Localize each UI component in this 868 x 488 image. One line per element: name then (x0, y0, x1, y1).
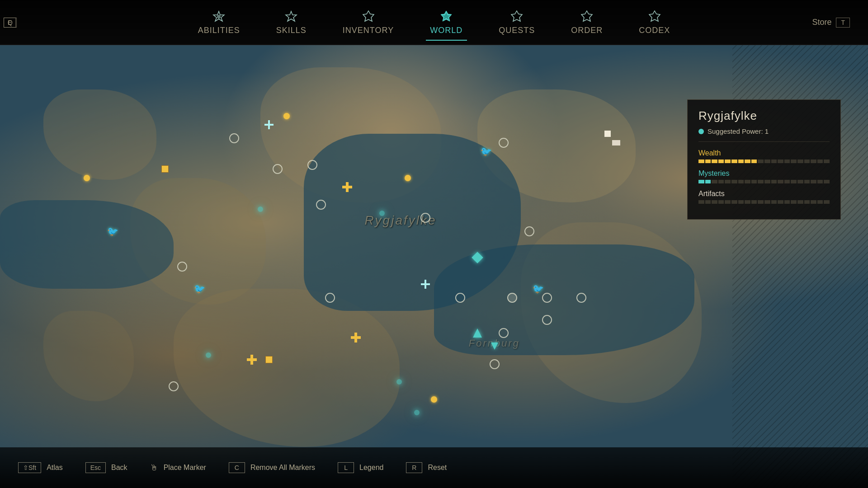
wealth-stat: Wealth (698, 149, 830, 163)
nav-order[interactable]: Order (553, 5, 621, 40)
marker-circle-6[interactable] (420, 213, 430, 223)
skills-icon (284, 9, 298, 24)
marker-raven-3[interactable]: 🐦 (194, 283, 205, 294)
back-key[interactable]: Esc (85, 462, 106, 473)
marker-arrow-1[interactable] (473, 328, 482, 338)
artifacts-label: Artifacts (698, 190, 830, 198)
inventory-label: Inventory (343, 26, 394, 35)
circle-icon-14 (542, 315, 552, 325)
glow-dot-1 (258, 206, 263, 212)
svg-marker-2 (286, 11, 297, 21)
marker-arrow-2[interactable] (491, 343, 498, 350)
teal-diamond-icon-1 (472, 252, 483, 263)
marker-gold-cross-2[interactable] (351, 333, 361, 343)
nav-quests[interactable]: Quests (481, 5, 553, 40)
reset-label: Reset (428, 464, 447, 472)
svg-marker-6 (511, 11, 522, 21)
gold-cross-icon-1 (342, 182, 352, 192)
marker-raven-2[interactable]: 🐦 (107, 226, 118, 237)
marker-circle-16[interactable] (490, 359, 500, 369)
back-action[interactable]: Esc Back (85, 462, 127, 473)
nav-skills[interactable]: Skills (258, 5, 325, 40)
place-marker-action[interactable]: 🖱 Place Marker (150, 463, 206, 473)
mysteries-label: Mysteries (698, 169, 830, 178)
remove-markers-action[interactable]: C Remove All Markers (229, 462, 315, 473)
circle-icon-7 (524, 226, 534, 236)
circle-icon-15 (499, 328, 509, 338)
map-area[interactable]: Rygjafylke Fornburg (0, 45, 868, 488)
glow-dot-3 (206, 352, 211, 358)
raven-icon-4: 🐦 (533, 284, 544, 294)
order-icon (580, 9, 594, 24)
marker-circle-7[interactable] (524, 226, 534, 236)
gold-sq-icon-2 (265, 356, 273, 363)
nav-world[interactable]: World (412, 5, 481, 40)
marker-teal-diamond-1[interactable] (473, 253, 481, 262)
marker-gold-3[interactable] (405, 175, 411, 181)
marker-white-sq-2[interactable] (612, 140, 620, 145)
quests-label: Quests (499, 26, 535, 35)
marker-gold-4[interactable] (431, 396, 437, 403)
nav-codex[interactable]: Codex (621, 5, 688, 40)
circle-icon-8 (177, 262, 187, 272)
marker-circle-3[interactable] (307, 160, 317, 170)
store-button[interactable]: Store T (812, 18, 850, 28)
marker-circle-4[interactable] (316, 200, 326, 210)
marker-gold-sq-2[interactable] (265, 356, 273, 363)
codex-label: Codex (639, 26, 670, 35)
marker-circle-9[interactable] (325, 293, 335, 303)
marker-circle-14[interactable] (542, 315, 552, 325)
arrow-icon-1 (473, 328, 482, 338)
mysteries-stat: Mysteries (698, 169, 830, 183)
marker-gold-cross-1[interactable] (342, 182, 352, 192)
marker-raven-4[interactable]: 🐦 (533, 283, 544, 294)
atlas-label: Atlas (47, 464, 63, 472)
world-label: World (430, 26, 462, 35)
wealth-bar (698, 160, 830, 163)
back-label: Back (111, 464, 127, 472)
abilities-icon (212, 9, 226, 24)
legend-action[interactable]: L Legend (338, 462, 383, 473)
mysteries-bar (698, 180, 830, 183)
marker-raven-1[interactable]: 🐦 (481, 146, 492, 157)
remove-markers-key[interactable]: C (229, 462, 245, 473)
svg-marker-8 (649, 11, 660, 21)
nav-inventory[interactable]: Inventory (325, 5, 412, 40)
svg-marker-7 (581, 11, 592, 21)
circle-icon-3 (307, 160, 317, 170)
marker-white-sq-1[interactable] (604, 131, 611, 137)
order-label: Order (571, 26, 603, 35)
marker-gold-cross-3[interactable] (247, 355, 257, 365)
legend-key[interactable]: L (338, 462, 354, 473)
skills-label: Skills (276, 26, 307, 35)
marker-circle-5[interactable] (499, 138, 509, 148)
marker-player[interactable] (264, 120, 274, 129)
svg-point-1 (217, 15, 221, 19)
reset-key[interactable]: R (406, 462, 422, 473)
marker-circle-11[interactable] (507, 293, 517, 303)
marker-gold-2[interactable] (84, 175, 90, 181)
marker-circle-17[interactable] (169, 381, 179, 391)
marker-circle-13[interactable] (576, 293, 586, 303)
marker-gold-1[interactable] (283, 113, 290, 119)
reset-action[interactable]: R Reset (406, 462, 447, 473)
marker-gold-sq-1[interactable] (161, 165, 169, 173)
glow-dot-4 (396, 379, 402, 385)
marker-circle-2[interactable] (273, 164, 283, 174)
marker-circle-8[interactable] (177, 262, 187, 272)
svg-marker-3 (363, 11, 374, 21)
artifacts-bar (698, 200, 830, 204)
gold-sq-icon-1 (161, 165, 169, 173)
marker-circle-15[interactable] (499, 328, 509, 338)
marker-circle-10[interactable] (455, 293, 465, 303)
marker-player-pos[interactable] (421, 280, 430, 289)
power-indicator (698, 129, 704, 134)
gold-cross-icon-2 (351, 333, 361, 343)
nav-abilities[interactable]: Abilities (180, 5, 258, 40)
atlas-key[interactable]: ⇧Sft (18, 462, 41, 473)
gold-cross-icon-3 (247, 355, 257, 365)
store-label: Store (812, 18, 831, 27)
atlas-action[interactable]: ⇧Sft Atlas (18, 462, 63, 473)
marker-circle-1[interactable] (229, 133, 239, 143)
raven-icon-3: 🐦 (194, 284, 205, 294)
